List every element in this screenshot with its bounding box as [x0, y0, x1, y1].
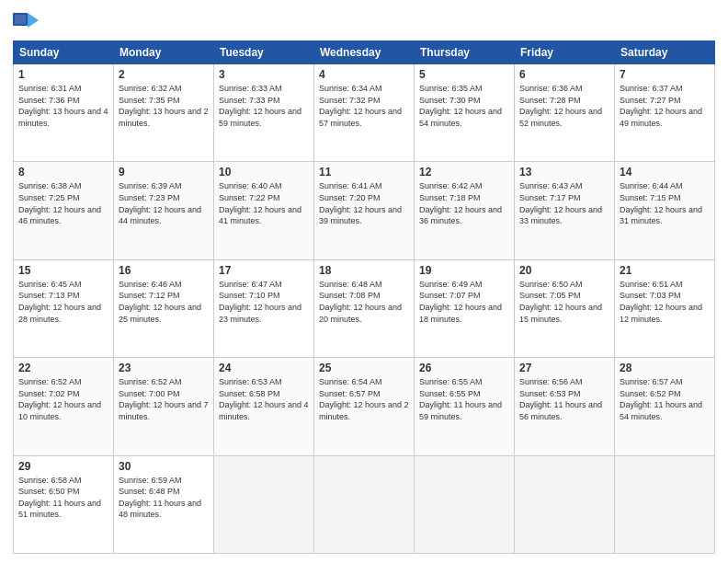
logo-icon: [13, 13, 39, 35]
day-info: Sunrise: 6:55 AMSunset: 6:55 PMDaylight:…: [419, 376, 509, 422]
day-info: Sunrise: 6:32 AMSunset: 7:35 PMDaylight:…: [119, 83, 209, 129]
calendar-cell: 27Sunrise: 6:56 AMSunset: 6:53 PMDayligh…: [515, 358, 615, 455]
calendar-cell: 13Sunrise: 6:43 AMSunset: 7:17 PMDayligh…: [515, 162, 615, 259]
day-info: Sunrise: 6:52 AMSunset: 7:02 PMDaylight:…: [18, 376, 108, 422]
day-number: 8: [18, 166, 108, 178]
day-info: Sunrise: 6:39 AMSunset: 7:23 PMDaylight:…: [119, 180, 209, 226]
week-row-5: 29Sunrise: 6:58 AMSunset: 6:50 PMDayligh…: [14, 455, 715, 553]
calendar-cell: 4Sunrise: 6:34 AMSunset: 7:32 PMDaylight…: [314, 64, 415, 162]
day-number: 20: [519, 264, 609, 277]
day-number: 11: [319, 166, 409, 178]
day-number: 4: [319, 68, 409, 81]
week-row-3: 15Sunrise: 6:45 AMSunset: 7:13 PMDayligh…: [14, 259, 715, 357]
day-info: Sunrise: 6:50 AMSunset: 7:05 PMDaylight:…: [519, 279, 609, 325]
day-number: 23: [119, 362, 209, 374]
weekday-header-tuesday: Tuesday: [214, 41, 314, 64]
day-info: Sunrise: 6:49 AMSunset: 7:07 PMDaylight:…: [419, 279, 509, 325]
day-info: Sunrise: 6:54 AMSunset: 6:57 PMDaylight:…: [319, 376, 409, 422]
day-info: Sunrise: 6:34 AMSunset: 7:32 PMDaylight:…: [319, 83, 409, 129]
day-number: 12: [419, 166, 509, 178]
day-info: Sunrise: 6:31 AMSunset: 7:36 PMDaylight:…: [18, 83, 108, 129]
day-number: 5: [419, 68, 509, 81]
weekday-header-saturday: Saturday: [615, 41, 715, 64]
day-number: 16: [119, 264, 209, 277]
weekday-header-wednesday: Wednesday: [314, 41, 415, 64]
day-info: Sunrise: 6:35 AMSunset: 7:30 PMDaylight:…: [419, 83, 509, 129]
day-number: 10: [219, 166, 309, 178]
calendar-cell: 8Sunrise: 6:38 AMSunset: 7:25 PMDaylight…: [14, 162, 114, 259]
calendar-cell: 26Sunrise: 6:55 AMSunset: 6:55 PMDayligh…: [415, 358, 515, 455]
calendar-cell: [515, 455, 615, 553]
day-number: 30: [119, 460, 209, 473]
calendar-cell: 15Sunrise: 6:45 AMSunset: 7:13 PMDayligh…: [14, 259, 114, 357]
calendar-cell: 24Sunrise: 6:53 AMSunset: 6:58 PMDayligh…: [214, 358, 314, 455]
day-number: 22: [18, 362, 108, 374]
weekday-header-friday: Friday: [515, 41, 615, 64]
weekday-header-thursday: Thursday: [415, 41, 515, 64]
day-info: Sunrise: 6:47 AMSunset: 7:10 PMDaylight:…: [219, 279, 309, 325]
day-info: Sunrise: 6:37 AMSunset: 7:27 PMDaylight:…: [620, 83, 710, 129]
day-number: 3: [219, 68, 309, 81]
day-info: Sunrise: 6:38 AMSunset: 7:25 PMDaylight:…: [18, 180, 108, 226]
calendar-table: SundayMondayTuesdayWednesdayThursdayFrid…: [13, 40, 715, 554]
day-number: 7: [620, 68, 710, 81]
day-number: 14: [620, 166, 710, 178]
day-info: Sunrise: 6:52 AMSunset: 7:00 PMDaylight:…: [119, 376, 209, 422]
day-info: Sunrise: 6:40 AMSunset: 7:22 PMDaylight:…: [219, 180, 309, 226]
week-row-4: 22Sunrise: 6:52 AMSunset: 7:02 PMDayligh…: [14, 358, 715, 455]
svg-marker-1: [28, 13, 39, 28]
calendar-cell: 19Sunrise: 6:49 AMSunset: 7:07 PMDayligh…: [415, 259, 515, 357]
calendar-cell: 29Sunrise: 6:58 AMSunset: 6:50 PMDayligh…: [14, 455, 114, 553]
calendar-cell: 3Sunrise: 6:33 AMSunset: 7:33 PMDaylight…: [214, 64, 314, 162]
calendar-cell: 20Sunrise: 6:50 AMSunset: 7:05 PMDayligh…: [515, 259, 615, 357]
day-number: 29: [18, 460, 108, 473]
day-number: 2: [119, 68, 209, 81]
calendar-cell: [314, 455, 415, 553]
day-number: 27: [519, 362, 609, 374]
week-row-1: 1Sunrise: 6:31 AMSunset: 7:36 PMDaylight…: [14, 64, 715, 162]
week-row-2: 8Sunrise: 6:38 AMSunset: 7:25 PMDaylight…: [14, 162, 715, 259]
weekday-header-row: SundayMondayTuesdayWednesdayThursdayFrid…: [14, 41, 715, 64]
day-number: 19: [419, 264, 509, 277]
day-number: 24: [219, 362, 309, 374]
calendar-cell: 9Sunrise: 6:39 AMSunset: 7:23 PMDaylight…: [114, 162, 214, 259]
day-info: Sunrise: 6:43 AMSunset: 7:17 PMDaylight:…: [519, 180, 609, 226]
calendar-cell: [415, 455, 515, 553]
header: [13, 9, 715, 35]
svg-rect-2: [15, 15, 26, 24]
day-info: Sunrise: 6:48 AMSunset: 7:08 PMDaylight:…: [319, 279, 409, 325]
calendar-cell: 18Sunrise: 6:48 AMSunset: 7:08 PMDayligh…: [314, 259, 415, 357]
day-info: Sunrise: 6:36 AMSunset: 7:28 PMDaylight:…: [519, 83, 609, 129]
day-number: 26: [419, 362, 509, 374]
calendar-cell: 14Sunrise: 6:44 AMSunset: 7:15 PMDayligh…: [615, 162, 715, 259]
day-info: Sunrise: 6:44 AMSunset: 7:15 PMDaylight:…: [620, 180, 710, 226]
page: SundayMondayTuesdayWednesdayThursdayFrid…: [0, 0, 728, 563]
day-number: 1: [18, 68, 108, 81]
calendar-cell: [214, 455, 314, 553]
calendar-cell: 16Sunrise: 6:46 AMSunset: 7:12 PMDayligh…: [114, 259, 214, 357]
day-info: Sunrise: 6:33 AMSunset: 7:33 PMDaylight:…: [219, 83, 309, 129]
day-number: 9: [119, 166, 209, 178]
day-info: Sunrise: 6:57 AMSunset: 6:52 PMDaylight:…: [620, 376, 710, 422]
calendar-cell: 11Sunrise: 6:41 AMSunset: 7:20 PMDayligh…: [314, 162, 415, 259]
day-info: Sunrise: 6:46 AMSunset: 7:12 PMDaylight:…: [119, 279, 209, 325]
calendar-cell: [615, 455, 715, 553]
calendar-cell: 7Sunrise: 6:37 AMSunset: 7:27 PMDaylight…: [615, 64, 715, 162]
calendar-cell: 30Sunrise: 6:59 AMSunset: 6:48 PMDayligh…: [114, 455, 214, 553]
day-info: Sunrise: 6:53 AMSunset: 6:58 PMDaylight:…: [219, 376, 309, 422]
calendar-cell: 5Sunrise: 6:35 AMSunset: 7:30 PMDaylight…: [415, 64, 515, 162]
calendar-cell: 22Sunrise: 6:52 AMSunset: 7:02 PMDayligh…: [14, 358, 114, 455]
day-info: Sunrise: 6:56 AMSunset: 6:53 PMDaylight:…: [519, 376, 609, 422]
day-number: 21: [620, 264, 710, 277]
calendar-cell: 12Sunrise: 6:42 AMSunset: 7:18 PMDayligh…: [415, 162, 515, 259]
weekday-header-monday: Monday: [114, 41, 214, 64]
weekday-header-sunday: Sunday: [14, 41, 114, 64]
calendar-cell: 10Sunrise: 6:40 AMSunset: 7:22 PMDayligh…: [214, 162, 314, 259]
day-number: 18: [319, 264, 409, 277]
day-info: Sunrise: 6:59 AMSunset: 6:48 PMDaylight:…: [119, 475, 209, 521]
calendar-cell: 21Sunrise: 6:51 AMSunset: 7:03 PMDayligh…: [615, 259, 715, 357]
day-number: 25: [319, 362, 409, 374]
calendar-cell: 23Sunrise: 6:52 AMSunset: 7:00 PMDayligh…: [114, 358, 214, 455]
calendar-cell: 6Sunrise: 6:36 AMSunset: 7:28 PMDaylight…: [515, 64, 615, 162]
day-number: 17: [219, 264, 309, 277]
